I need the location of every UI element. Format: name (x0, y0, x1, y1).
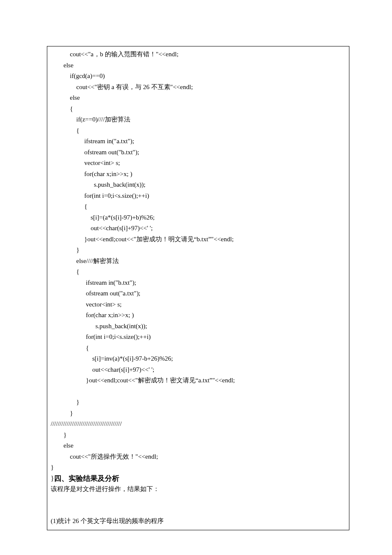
section-heading: 四、实验结果及分析 (54, 474, 119, 483)
heading-line: }四、实验结果及分析 (51, 473, 346, 484)
blank-line (51, 505, 346, 516)
document-page: cout<<"a，b 的输入范围有错！"<<endl; else if(gcd(… (0, 0, 392, 555)
body-paragraph: 该程序是对文件进行操作，结果如下： (51, 484, 346, 494)
heading-prefix: } (51, 475, 54, 482)
footer-line: (1)统计 26 个英文字母出现的频率的程序 (51, 516, 346, 526)
blank-line (51, 494, 346, 505)
code-block: cout<<"a，b 的输入范围有错！"<<endl; else if(gcd(… (51, 49, 346, 473)
content-frame: cout<<"a，b 的输入范围有错！"<<endl; else if(gcd(… (47, 46, 349, 530)
